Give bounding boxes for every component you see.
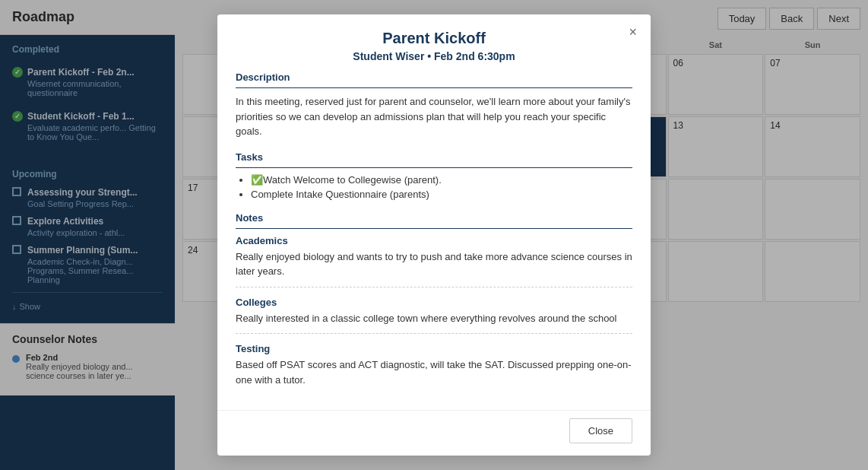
close-button[interactable]: Close (569, 418, 632, 443)
modal-subtitle: Student Wiser • Feb 2nd 6:30pm (236, 50, 632, 62)
notes-academics: Academics Really enjoyed biology and wan… (236, 235, 632, 287)
description-section: Description In this meeting, reserved ju… (236, 71, 632, 139)
task-item-2: Complete Intake Questionnaire (parents) (251, 189, 632, 200)
modal-close-button[interactable]: × (629, 25, 637, 39)
testing-title: Testing (236, 343, 632, 354)
colleges-title: Colleges (236, 297, 632, 308)
task-item-1: ✅Watch Welcome to Collegewise (parent). (251, 174, 632, 186)
tasks-title: Tasks (236, 151, 632, 168)
colleges-text: Really interested in a classic college t… (236, 311, 632, 335)
modal-dialog: Parent Kickoff Student Wiser • Feb 2nd 6… (217, 14, 651, 456)
modal-overlay[interactable]: Parent Kickoff Student Wiser • Feb 2nd 6… (0, 0, 868, 470)
notes-testing: Testing Based off PSAT scores and ACT di… (236, 343, 632, 395)
notes-section: Notes Academics Really enjoyed biology a… (236, 212, 632, 395)
modal-body: Description In this meeting, reserved ju… (217, 71, 651, 410)
notes-colleges: Colleges Really interested in a classic … (236, 297, 632, 335)
modal-header: Parent Kickoff Student Wiser • Feb 2nd 6… (217, 14, 651, 71)
academics-text: Really enjoyed biology and wants to try … (236, 249, 632, 287)
modal-footer: Close (217, 410, 651, 456)
task-check-icon: ✅ (251, 174, 263, 186)
description-text: In this meeting, reserved just for paren… (236, 94, 632, 139)
tasks-section: Tasks ✅Watch Welcome to Collegewise (par… (236, 151, 632, 200)
testing-text: Based off PSAT scores and ACT diagnostic… (236, 357, 632, 395)
academics-title: Academics (236, 235, 632, 246)
description-title: Description (236, 71, 632, 88)
tasks-list: ✅Watch Welcome to Collegewise (parent). … (236, 174, 632, 200)
modal-title: Parent Kickoff (236, 30, 632, 47)
notes-title: Notes (236, 212, 632, 229)
